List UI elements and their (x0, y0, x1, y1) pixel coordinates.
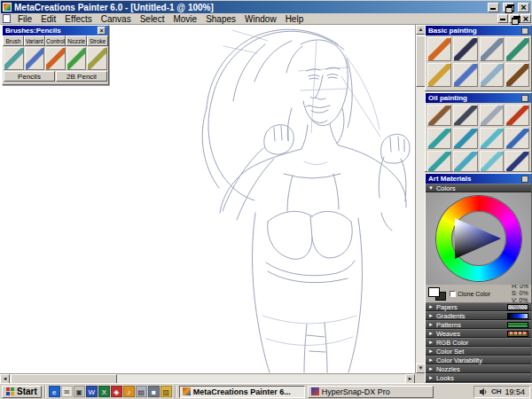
document-icon[interactable] (3, 14, 11, 23)
brush-variant-icon[interactable] (66, 47, 87, 70)
section-label: Gradients (436, 312, 466, 320)
menu-file[interactable]: File (13, 13, 36, 25)
brush-variant-icon[interactable] (87, 47, 107, 70)
section-papers[interactable]: ► Papers (426, 302, 531, 311)
color-swatches[interactable] (428, 287, 446, 301)
minimize-button[interactable] (488, 3, 499, 12)
brush-variant-icon[interactable] (453, 105, 477, 126)
brush-category-button[interactable]: Pencils (4, 71, 55, 82)
tab-variant[interactable]: Variant (24, 35, 45, 46)
paint-icon[interactable]: ◈ (111, 386, 122, 397)
show-desktop-icon[interactable]: ▣ (74, 386, 85, 397)
palette-column: Basic painting Oil painting Art Material… (425, 25, 532, 383)
oil-painting-brushes (426, 103, 531, 174)
menu-shapes[interactable]: Shapes (201, 13, 240, 25)
menu-canvas[interactable]: Canvas (97, 13, 136, 25)
oil-painting-titlebar[interactable]: Oil painting (426, 93, 531, 103)
brush-variant-icon[interactable] (480, 63, 504, 87)
start-button[interactable]: Start (2, 386, 42, 398)
section-label: Patterns (436, 321, 461, 329)
word-icon[interactable]: W (86, 386, 98, 397)
language-indicator[interactable]: CH (491, 387, 502, 395)
section-weaves[interactable]: ► Weaves (426, 329, 531, 338)
child-close-button[interactable] (520, 14, 531, 23)
brush-variant-icon[interactable] (505, 105, 529, 126)
brush-variant-icon[interactable] (453, 63, 477, 87)
menu-edit[interactable]: Edit (36, 13, 60, 25)
menu-help[interactable]: Help (281, 13, 309, 25)
app-icon[interactable] (3, 3, 12, 12)
brush-variant-icon[interactable] (505, 37, 529, 61)
restore-button[interactable] (503, 3, 514, 12)
folder-icon[interactable]: ▨ (160, 386, 172, 397)
menu-select[interactable]: Select (136, 13, 169, 25)
brush-variant-button[interactable]: 2B Pencil (56, 71, 107, 82)
brush-variant-icon[interactable] (453, 128, 477, 149)
brush-variant-icon[interactable] (427, 37, 451, 61)
clone-color-checkbox[interactable] (450, 291, 456, 297)
vertical-scrollbar[interactable]: ▲ ▼ (415, 25, 425, 373)
notepad-icon[interactable]: ▤ (136, 386, 147, 397)
art-materials-titlebar[interactable]: Art Materials (426, 174, 531, 184)
tab-brush[interactable]: Brush (3, 35, 24, 46)
section-rgb-color[interactable]: ► RGB Color (426, 338, 531, 347)
task-painter[interactable]: MetaCreations Painter 6... (179, 386, 305, 398)
brush-variant-icon[interactable] (45, 47, 66, 70)
section-patterns[interactable]: ► Patterns (426, 320, 531, 329)
section-nozzles[interactable]: ► Nozzles (426, 364, 531, 373)
collapse-icon[interactable] (521, 176, 528, 183)
sv-triangle[interactable] (451, 211, 506, 266)
volume-icon[interactable] (479, 387, 488, 396)
brush-variant-icon[interactable] (505, 63, 529, 87)
close-button[interactable] (518, 3, 529, 12)
collapse-icon[interactable] (521, 95, 528, 102)
brush-variant-icon[interactable] (505, 128, 529, 149)
brush-variant-icon[interactable] (4, 47, 24, 70)
brush-variant-icon[interactable] (453, 151, 477, 172)
outlook-icon[interactable]: ✉ (61, 386, 73, 397)
title-bar: MetaCreations Painter 6.0 - [Untitled-1 … (1, 1, 531, 13)
brush-variant-icon[interactable] (480, 105, 504, 126)
menu-movie[interactable]: Movie (168, 13, 201, 25)
horizontal-scrollbar[interactable]: ◄ ► (0, 373, 415, 383)
system-tray: CH 19:54 (473, 386, 530, 398)
saturation-value: S: 0% (512, 290, 528, 297)
brushes-palette: Brushes:Pencils × Brush Variant Control … (2, 25, 109, 85)
tab-control[interactable]: Control (45, 35, 66, 46)
brush-variant-icon[interactable] (505, 151, 529, 172)
brush-variant-icon[interactable] (427, 105, 451, 126)
task-label: MetaCreations Painter 6... (193, 387, 291, 396)
close-icon[interactable]: × (98, 27, 106, 35)
section-color-set[interactable]: ► Color Set (426, 347, 531, 356)
clone-color-control[interactable]: Clone Color (450, 291, 490, 297)
brush-variant-icon[interactable] (25, 47, 45, 70)
section-color-variability[interactable]: ► Color Variability (426, 356, 531, 364)
section-gradients[interactable]: ► Gradients (426, 311, 531, 320)
front-color-swatch[interactable] (428, 287, 440, 297)
brushes-titlebar[interactable]: Brushes:Pencils × (3, 26, 108, 35)
task-hypersnap[interactable]: HyperSnap-DX Pro (308, 386, 434, 398)
section-looks[interactable]: ► Looks (426, 373, 531, 382)
child-restore-button[interactable] (509, 14, 520, 23)
menu-effects[interactable]: Effects (60, 13, 96, 25)
brushes-tabs: Brush Variant Control Nozzle Stroke (3, 35, 108, 46)
brush-variant-icon[interactable] (453, 37, 477, 61)
collapse-icon[interactable] (521, 27, 528, 35)
colors-section-header[interactable]: ▼ Colors (426, 184, 531, 192)
ie-icon[interactable]: e (49, 386, 60, 397)
brush-variant-icon[interactable] (427, 151, 451, 172)
tab-nozzle[interactable]: Nozzle (66, 35, 87, 46)
excel-icon[interactable]: X (98, 386, 110, 397)
menu-window[interactable]: Window (240, 13, 281, 25)
brush-variant-icon[interactable] (427, 63, 451, 87)
basic-painting-titlebar[interactable]: Basic painting (426, 26, 531, 35)
brush-variant-icon[interactable] (480, 37, 504, 61)
brush-variant-icon[interactable] (480, 151, 504, 172)
media-player-icon[interactable]: ♪ (123, 386, 135, 397)
tab-stroke[interactable]: Stroke (87, 35, 108, 46)
brush-variant-icon[interactable] (427, 128, 451, 149)
child-minimize-button[interactable] (497, 14, 508, 23)
app-window: MetaCreations Painter 6.0 - [Untitled-1 … (0, 0, 532, 399)
calculator-icon[interactable]: ■ (148, 386, 160, 397)
brush-variant-icon[interactable] (480, 128, 504, 149)
